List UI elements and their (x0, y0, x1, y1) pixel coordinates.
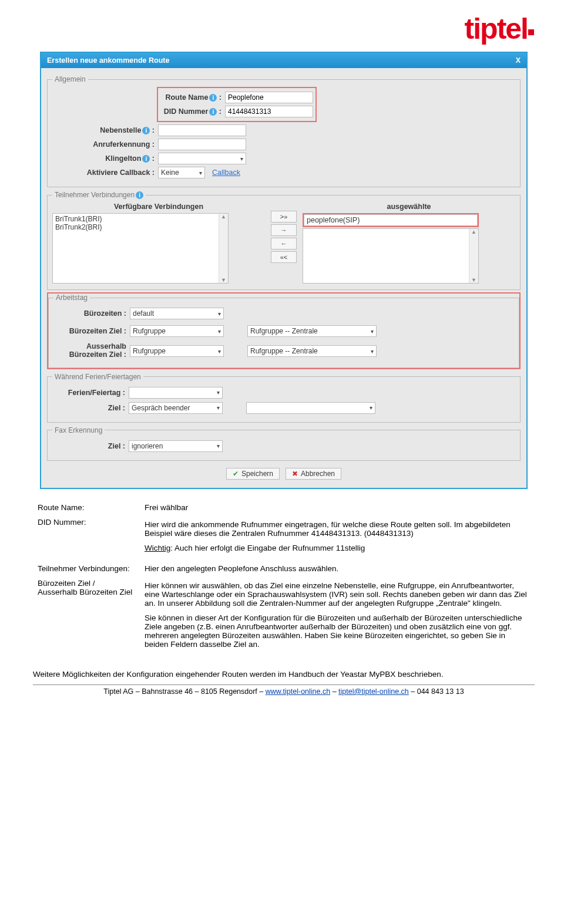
info-icon[interactable]: i (142, 127, 150, 134)
callback-select[interactable]: Keine (158, 167, 205, 178)
ferien-ziel-type-select[interactable]: Gespräch beender (129, 402, 223, 414)
move-right-button[interactable]: → (271, 224, 297, 236)
fieldset-arbeitstag: Arbeitstag Bürozeiten : default Bürozeit… (48, 294, 519, 368)
footer-link-email[interactable]: tiptel@tiptel-online.ch (338, 687, 409, 696)
info-icon[interactable]: i (136, 191, 143, 199)
klingelton-select[interactable] (158, 153, 246, 164)
available-listbox[interactable]: BriTrunk1(BRI) BriTrunk2(BRI) (52, 213, 229, 284)
info-icon[interactable]: i (142, 155, 150, 163)
highlight-box-selected: peoplefone(SIP) (303, 213, 479, 227)
move-buttons: >» → ← «< (271, 211, 297, 263)
x-icon: ✖ (292, 470, 298, 478)
header-available: Verfügbare Verbindungen (52, 203, 265, 211)
desc-label: Teilnehmer Verbindungen: (34, 562, 140, 575)
dialog-titlebar: Erstellen neue ankommende Route X (41, 53, 526, 68)
footer-link-web[interactable]: www.tiptel-online.ch (266, 687, 330, 696)
info-icon[interactable]: i (209, 108, 217, 116)
fieldset-teilnehmer: Teilnehmer Verbindungeni Verfügbare Verb… (47, 191, 521, 290)
ferien-feiertag-select[interactable] (129, 387, 223, 399)
nebenstelle-input[interactable] (158, 124, 246, 136)
desc-value: Hier den angelegten Peoplefone Anschluss… (141, 562, 533, 575)
paragraph-weitere: Weitere Möglichkeiten der Konfiguration … (33, 670, 535, 679)
dialog: Erstellen neue ankommende Route X Allgem… (40, 52, 528, 489)
fieldset-fax: Fax Erkennung Ziel : ignorieren (47, 426, 521, 461)
cancel-button[interactable]: ✖Abbrechen (286, 468, 341, 480)
buerozeiten-ziel-type-select[interactable]: Rufgruppe (130, 325, 224, 337)
legend-arbeitstag: Arbeitstag (53, 294, 90, 302)
move-all-left-button[interactable]: «< (271, 251, 297, 263)
list-item[interactable]: BriTrunk1(BRI) (55, 215, 226, 223)
legend-ferien: Während Ferien/Feiertagen (52, 373, 143, 381)
desc-label: Route Name: (34, 501, 140, 514)
close-icon[interactable]: X (516, 56, 521, 65)
brand-logo: tiptel (33, 12, 535, 46)
desc-value: Hier können wir auswählen, ob das Ziel e… (141, 576, 533, 657)
scrollbar[interactable] (469, 229, 478, 283)
callback-link[interactable]: Callback (212, 168, 240, 177)
scrollbar[interactable] (219, 214, 228, 283)
save-button[interactable]: ✔Speichern (226, 468, 280, 480)
buerozeiten-select[interactable]: default (130, 308, 224, 319)
legend-fax: Fax Erkennung (52, 426, 105, 434)
ausser-ziel-type-select[interactable]: Rufgruppe (130, 345, 224, 357)
fieldset-ferien: Während Ferien/Feiertagen Ferien/Feierta… (47, 373, 521, 423)
move-all-right-button[interactable]: >» (271, 211, 297, 222)
info-icon[interactable]: i (209, 94, 217, 102)
dialog-title: Erstellen neue ankommende Route (47, 56, 169, 65)
header-selected: ausgewählte (303, 203, 515, 211)
did-input[interactable] (225, 106, 313, 117)
fieldset-allgemein: Allgemein Route Namei : DID Nummeri : (47, 75, 521, 187)
desc-value: Hier wird die ankommende Rufnummer einge… (141, 515, 533, 561)
move-left-button[interactable]: ← (271, 238, 297, 249)
list-item[interactable]: BriTrunk2(BRI) (55, 223, 226, 231)
highlight-box-arbeitstag: Arbeitstag Bürozeiten : default Bürozeit… (47, 292, 521, 369)
page-footer: Tiptel AG – Bahnstrasse 46 – 8105 Regens… (33, 684, 535, 696)
ausser-ziel-select[interactable]: Rufgruppe -- Zentrale (247, 345, 377, 357)
desc-value: Frei wählbar (141, 501, 533, 514)
route-name-input[interactable] (225, 92, 313, 103)
ferien-ziel-select[interactable] (246, 402, 375, 414)
fax-ziel-select[interactable]: ignorieren (129, 440, 223, 452)
desc-label: DID Nummer: (34, 515, 140, 561)
check-icon: ✔ (233, 470, 239, 478)
description-table: Route Name: Frei wählbar DID Nummer: Hie… (33, 500, 535, 658)
anruferkennung-input[interactable] (158, 139, 246, 150)
desc-label: Bürozeiten Ziel / Ausserhalb Bürozeiten … (34, 576, 140, 657)
selected-top[interactable]: peoplefone(SIP) (304, 214, 478, 226)
highlight-box-top: Route Namei : DID Nummeri : (157, 87, 317, 122)
legend-teilnehmer: Teilnehmer Verbindungen (55, 191, 135, 199)
legend-allgemein: Allgemein (52, 75, 88, 83)
selected-listbox[interactable] (303, 228, 479, 284)
buerozeiten-ziel-select[interactable]: Rufgruppe -- Zentrale (247, 325, 377, 337)
